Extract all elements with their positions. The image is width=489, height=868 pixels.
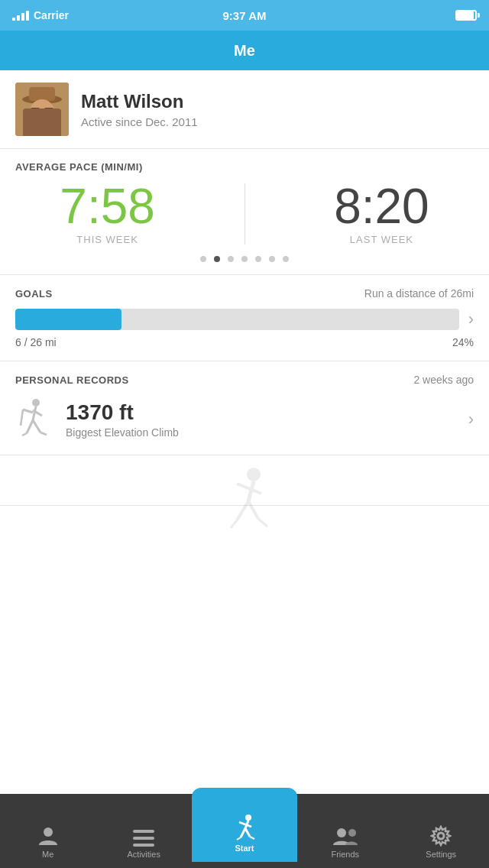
signal-icon	[12, 10, 29, 21]
runner-area	[0, 455, 489, 555]
records-title: PERSONAL RECORDS	[15, 374, 129, 386]
records-section: PERSONAL RECORDS 2 weeks ago	[0, 361, 489, 455]
goals-percent: 24%	[452, 336, 474, 348]
records-chevron-icon[interactable]: ›	[468, 410, 474, 429]
last-week-label: LAST WEEK	[350, 234, 413, 245]
nav-label-start: Start	[235, 844, 254, 853]
profile-name: Matt Wilson	[81, 91, 198, 112]
pace-row: 7:58 THIS WEEK 8:20 LAST WEEK	[15, 182, 474, 245]
this-week-label: THIS WEEK	[76, 234, 138, 245]
svg-point-18	[247, 468, 261, 481]
this-week-pace: 7:58 THIS WEEK	[60, 182, 155, 245]
svg-point-40	[438, 833, 444, 839]
avatar[interactable]	[15, 83, 69, 136]
dot-4[interactable]	[241, 256, 248, 262]
records-value: 1370 ft	[66, 400, 456, 425]
records-row[interactable]: 1370 ft Biggest Elevation Climb ›	[15, 397, 474, 442]
svg-point-26	[44, 828, 53, 837]
svg-line-34	[241, 828, 245, 837]
dot-1[interactable]	[200, 256, 206, 262]
nav-item-me[interactable]: Me	[0, 794, 96, 868]
svg-rect-7	[27, 125, 57, 136]
records-header: PERSONAL RECORDS 2 weeks ago	[15, 374, 474, 386]
page-header: Me	[0, 31, 489, 70]
svg-line-32	[239, 822, 245, 824]
svg-line-36	[237, 837, 241, 840]
svg-line-14	[27, 420, 33, 433]
menu-icon	[133, 830, 154, 847]
goals-chevron-icon[interactable]: ›	[468, 309, 474, 329]
bottom-nav: Me Activities Start Fri	[0, 794, 489, 868]
status-time: 9:37 AM	[223, 9, 267, 22]
svg-rect-27	[133, 830, 154, 833]
stats-label: AVERAGE PACE (MIN/MI)	[15, 161, 474, 173]
goals-footer: 6 / 26 mi 24%	[15, 336, 474, 348]
nav-item-start[interactable]: Start	[192, 788, 297, 862]
svg-line-15	[33, 420, 40, 432]
stats-section: AVERAGE PACE (MIN/MI) 7:58 THIS WEEK 8:2…	[0, 149, 489, 275]
last-week-value: 8:20	[334, 182, 429, 231]
goals-description: Run a distance of 26mi	[364, 287, 474, 300]
goals-title: GOALS	[15, 288, 53, 300]
pace-divider	[244, 183, 245, 245]
nav-item-friends[interactable]: Friends	[297, 794, 393, 868]
svg-line-24	[231, 520, 237, 528]
svg-rect-5	[44, 108, 53, 113]
dot-3[interactable]	[228, 256, 234, 262]
nav-label-settings: Settings	[426, 850, 456, 859]
runner-decoration-icon	[214, 467, 275, 543]
svg-line-20	[237, 484, 248, 488]
progress-bar[interactable]	[15, 309, 459, 330]
dot-6[interactable]	[269, 256, 275, 262]
run-icon	[233, 815, 256, 840]
dot-5[interactable]	[255, 256, 261, 262]
last-week-pace: 8:20 LAST WEEK	[334, 182, 429, 245]
svg-rect-29	[133, 844, 154, 847]
nav-label-me: Me	[42, 850, 53, 859]
svg-line-22	[237, 501, 248, 520]
svg-rect-4	[31, 108, 40, 113]
svg-line-11	[23, 410, 33, 413]
svg-line-23	[248, 501, 258, 519]
svg-line-37	[250, 837, 254, 839]
goals-progress-text: 6 / 26 mi	[15, 336, 57, 348]
carrier-info: Carrier	[12, 9, 69, 21]
svg-point-3	[30, 99, 54, 124]
goals-section: GOALS Run a distance of 26mi › 6 / 26 mi…	[0, 275, 489, 361]
battery-fill	[457, 11, 474, 19]
nav-item-activities[interactable]: Activities	[96, 794, 191, 868]
nav-label-friends: Friends	[331, 850, 359, 859]
carrier-label: Carrier	[34, 9, 69, 21]
dot-7[interactable]	[283, 256, 289, 262]
person-icon	[37, 825, 59, 847]
records-time-ago: 2 weeks ago	[413, 374, 474, 386]
gear-icon	[430, 825, 452, 847]
svg-rect-2	[29, 87, 55, 101]
profile-section: Matt Wilson Active since Dec. 2011	[0, 70, 489, 149]
svg-point-38	[337, 828, 346, 837]
progress-fill	[15, 309, 121, 330]
this-week-value: 7:58	[60, 182, 155, 231]
nav-item-settings[interactable]: Settings	[393, 794, 489, 868]
page-dots[interactable]	[15, 245, 474, 268]
svg-point-39	[348, 829, 356, 837]
svg-rect-28	[133, 837, 154, 840]
battery-icon	[455, 10, 477, 21]
nav-label-activities: Activities	[128, 850, 160, 859]
progress-row: ›	[15, 309, 474, 330]
svg-line-17	[40, 432, 47, 435]
svg-line-10	[33, 406, 36, 420]
avatar-image	[15, 83, 69, 136]
hiker-icon	[15, 397, 53, 442]
svg-marker-8	[37, 125, 47, 132]
svg-point-9	[32, 399, 40, 406]
records-info: 1370 ft Biggest Elevation Climb	[66, 400, 456, 439]
svg-line-13	[21, 410, 23, 426]
profile-since: Active since Dec. 2011	[81, 115, 198, 128]
svg-line-35	[245, 828, 250, 837]
dot-2[interactable]	[214, 256, 220, 262]
goals-header: GOALS Run a distance of 26mi	[15, 287, 474, 300]
records-description: Biggest Elevation Climb	[66, 426, 456, 439]
profile-info: Matt Wilson Active since Dec. 2011	[81, 91, 198, 128]
svg-line-16	[22, 433, 27, 436]
